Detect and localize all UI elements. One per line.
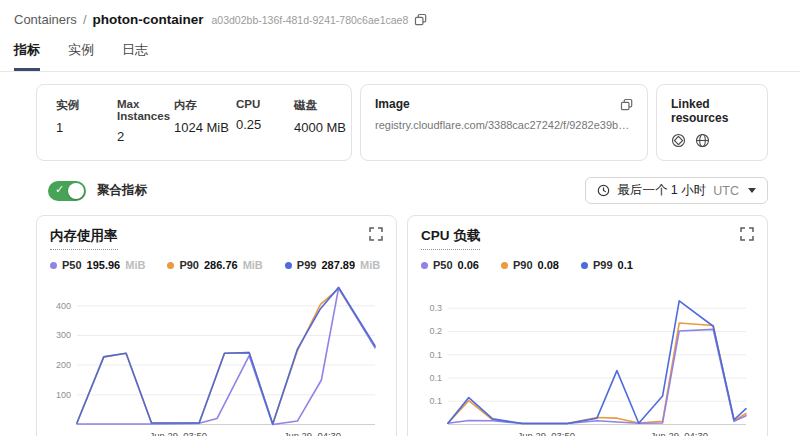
svg-text:0.1: 0.1 [429,350,441,360]
legend-series-name: P90 [513,259,533,271]
workers-icon[interactable] [671,133,686,148]
series-line-p50 [77,288,375,425]
cpu-load-chart[interactable]: 0.10.10.10.20.3Jun 29, 03:50Jun 29, 04:3… [421,275,754,436]
expand-icon [369,227,383,241]
charts-row: 内存使用率 P50195.96MiBP90286.76MiBP99287.89M… [36,215,768,436]
container-stats-card: 实例 1 Max Instances 2 内存 1024 MiB CPU 0.2… [36,84,352,161]
image-registry-path: registry.cloudflare.com/3388cac27242/f/9… [375,119,633,131]
stat-value: 4000 MB [294,120,346,135]
stat-label: Max Instances [117,98,174,122]
svg-text:400: 400 [56,301,71,311]
svg-text:200: 200 [56,360,71,370]
series-line-p99 [448,301,746,424]
stat-disk: 磁盘 4000 MB [294,98,346,148]
svg-text:Jun 29, 03:50: Jun 29, 03:50 [150,430,207,436]
svg-text:Jun 29, 04:30: Jun 29, 04:30 [651,430,708,436]
chart-title-memory[interactable]: 内存使用率 [50,227,118,250]
stat-cpu: CPU 0.25 [236,98,294,148]
legend-dot [501,262,508,269]
legend-item-p50[interactable]: P500.06 [421,259,479,271]
legend-series-value: 0.1 [618,259,633,271]
legend-dot [167,262,174,269]
svg-text:300: 300 [56,330,71,340]
svg-text:Jun 29, 03:50: Jun 29, 03:50 [518,430,575,436]
stat-instances: 实例 1 [56,98,117,148]
tab-logs[interactable]: 日志 [122,41,148,71]
legend-series-name: P90 [179,259,199,271]
aggregate-metrics-toggle[interactable]: ✓ [48,181,86,201]
legend-item-p99[interactable]: P99287.89MiB [285,259,380,271]
tab-instances[interactable]: 实例 [68,41,94,71]
stat-max-instances: Max Instances 2 [117,98,174,148]
svg-text:0.3: 0.3 [429,303,441,313]
legend-dot [581,262,588,269]
expand-chart-button[interactable] [369,227,383,241]
expand-icon [740,227,754,241]
legend-item-p99[interactable]: P990.1 [581,259,633,271]
legend-series-value: 0.08 [538,259,559,271]
stat-value: 2 [117,129,174,144]
controls-row: ✓ 聚合指标 最后一个 1 小时 UTC [36,177,768,204]
legend-series-name: P50 [62,259,82,271]
globe-icon[interactable] [695,133,710,148]
legend-series-unit: MiB [360,259,380,271]
tab-bar: 指标 实例 日志 [0,27,800,72]
legend-dot [421,262,428,269]
series-line-p90 [77,289,375,424]
legend-series-value: 0.06 [458,259,479,271]
stat-label: CPU [236,98,294,110]
time-zone-value: UTC [713,184,739,198]
copy-icon [620,98,633,111]
check-icon: ✓ [55,183,64,196]
series-line-p99 [77,287,375,424]
stat-label: 磁盘 [294,98,346,113]
memory-usage-chart[interactable]: 100200300400Jun 29, 03:50Jun 29, 04:30Ti… [50,275,383,436]
legend-item-p50[interactable]: P50195.96MiB [50,259,145,271]
aggregate-metrics-label: 聚合指标 [97,182,147,199]
copy-id-button[interactable] [414,13,427,26]
copy-image-button[interactable] [620,98,633,111]
legend-item-p90[interactable]: P900.08 [501,259,559,271]
image-card-label: Image [375,97,410,111]
stat-memory: 内存 1024 MiB [174,98,236,148]
svg-text:0.1: 0.1 [429,373,441,383]
stat-label: 内存 [174,98,236,113]
toggle-knob [68,183,84,199]
tab-metrics[interactable]: 指标 [14,41,40,71]
series-line-p90 [448,323,746,423]
legend-series-unit: MiB [243,259,263,271]
legend-dot [285,262,292,269]
legend-series-value: 287.89 [321,259,355,271]
breadcrumb-separator: / [83,12,87,27]
legend-series-name: P99 [297,259,317,271]
legend-dot [50,262,57,269]
legend-series-name: P99 [593,259,613,271]
containers-metrics-page: Containers / photon-container a03d02bb-1… [0,0,800,436]
svg-text:0.2: 0.2 [429,326,441,336]
breadcrumb-containers-link[interactable]: Containers [14,12,77,27]
legend-series-name: P50 [433,259,453,271]
stat-label: 实例 [56,98,117,113]
legend-series-value: 195.96 [87,259,121,271]
summary-cards-row: 实例 1 Max Instances 2 内存 1024 MiB CPU 0.2… [36,84,768,161]
linked-resources-label: Linked resources [671,97,753,125]
legend-series-value: 286.76 [204,259,238,271]
chart-legend: P500.06P900.08P990.1 [421,259,754,271]
stat-value: 0.25 [236,117,294,132]
time-range-select[interactable]: 最后一个 1 小时 UTC [585,177,768,204]
chart-legend: P50195.96MiBP90286.76MiBP99287.89MiB [50,259,383,271]
chart-canvas[interactable]: 100200300400Jun 29, 03:50Jun 29, 04:30Ti… [50,275,383,436]
chart-canvas[interactable]: 0.10.10.10.20.3Jun 29, 03:50Jun 29, 04:3… [421,275,754,436]
copy-icon [414,13,427,26]
svg-text:0.1: 0.1 [429,396,441,406]
chevron-down-icon [748,188,756,193]
clock-icon [597,184,610,197]
page-title: photon-container [93,12,204,27]
legend-item-p90[interactable]: P90286.76MiB [167,259,262,271]
chart-title-cpu[interactable]: CPU 负载 [421,227,480,250]
svg-text:100: 100 [56,390,71,400]
stat-value: 1 [56,120,117,135]
expand-chart-button[interactable] [740,227,754,241]
linked-resources-card: Linked resources [656,84,768,161]
container-id: a03d02bb-136f-481d-9241-780c6ae1cae8 [212,14,409,26]
